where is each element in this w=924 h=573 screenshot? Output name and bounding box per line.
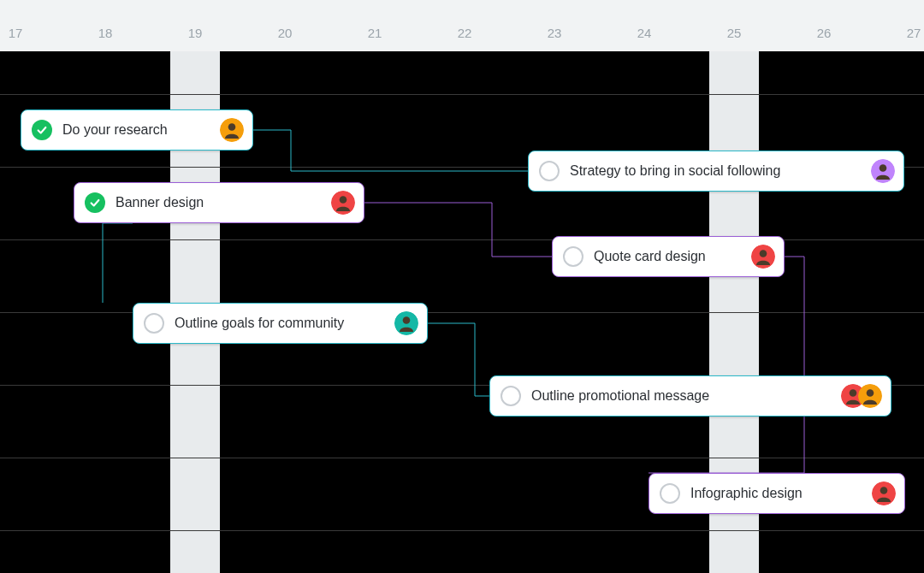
- timeline-row-line: [0, 94, 924, 95]
- assignee-group: [872, 481, 896, 505]
- timeline-day-label: 23: [548, 26, 562, 40]
- task-label: Strategy to bring in social following: [570, 163, 861, 179]
- timeline-day-label: 24: [637, 26, 652, 40]
- task-card-outline-goals[interactable]: Outline goals for community: [133, 303, 428, 344]
- timeline-day-label: 25: [727, 26, 742, 40]
- avatar[interactable]: [220, 118, 244, 142]
- timeline-day-label: 20: [278, 26, 293, 40]
- svg-point-11: [850, 389, 857, 397]
- svg-point-15: [880, 487, 888, 494]
- task-card-banner[interactable]: Banner design: [74, 182, 364, 223]
- timeline-day-label: 22: [458, 26, 472, 40]
- svg-point-5: [880, 164, 887, 172]
- task-card-quote[interactable]: Quote card design: [552, 236, 785, 277]
- task-label: Quote card design: [594, 249, 741, 264]
- avatar[interactable]: [751, 245, 775, 269]
- avatar[interactable]: [394, 311, 418, 335]
- timeline-row-line: [0, 458, 924, 458]
- check-circle-icon[interactable]: [85, 192, 105, 213]
- todo-circle-icon[interactable]: [500, 386, 521, 406]
- timeline-day-label: 18: [98, 26, 113, 40]
- timeline-day-label: 26: [817, 26, 832, 40]
- task-label: Outline goals for community: [175, 316, 384, 331]
- svg-point-7: [760, 250, 767, 257]
- task-label: Infographic design: [690, 486, 862, 501]
- task-card-outline-promo[interactable]: Outline promotional message: [489, 375, 891, 416]
- todo-circle-icon[interactable]: [563, 246, 583, 267]
- avatar[interactable]: [871, 159, 895, 183]
- avatar[interactable]: [872, 481, 896, 505]
- svg-point-1: [228, 123, 236, 131]
- todo-circle-icon[interactable]: [660, 483, 680, 504]
- timeline-day-label: 21: [368, 26, 382, 40]
- avatar[interactable]: [858, 384, 882, 408]
- svg-point-3: [340, 196, 347, 204]
- assignee-group: [394, 311, 418, 335]
- timeline-day-label: 27: [907, 26, 921, 40]
- task-label: Outline promotional message: [531, 388, 831, 404]
- task-label: Banner design: [116, 195, 321, 210]
- svg-point-13: [867, 389, 874, 397]
- assignee-group: [220, 118, 244, 142]
- task-card-research[interactable]: Do your research: [21, 109, 253, 151]
- assignee-group: [871, 159, 895, 183]
- assignee-group: [751, 245, 775, 269]
- timeline-row-line: [0, 239, 924, 240]
- todo-circle-icon[interactable]: [144, 313, 164, 334]
- task-card-infographic[interactable]: Infographic design: [649, 473, 905, 514]
- timeline-day-label: 17: [9, 26, 23, 40]
- svg-point-9: [403, 316, 411, 324]
- task-label: Do your research: [62, 122, 210, 138]
- todo-circle-icon[interactable]: [539, 161, 560, 181]
- timeline-row-line: [0, 530, 924, 531]
- check-circle-icon[interactable]: [32, 120, 52, 140]
- assignee-group: [841, 384, 882, 408]
- avatar[interactable]: [331, 191, 355, 215]
- task-card-strategy[interactable]: Strategy to bring in social following: [528, 151, 904, 192]
- assignee-group: [331, 191, 355, 215]
- timeline-day-label: 19: [188, 26, 203, 40]
